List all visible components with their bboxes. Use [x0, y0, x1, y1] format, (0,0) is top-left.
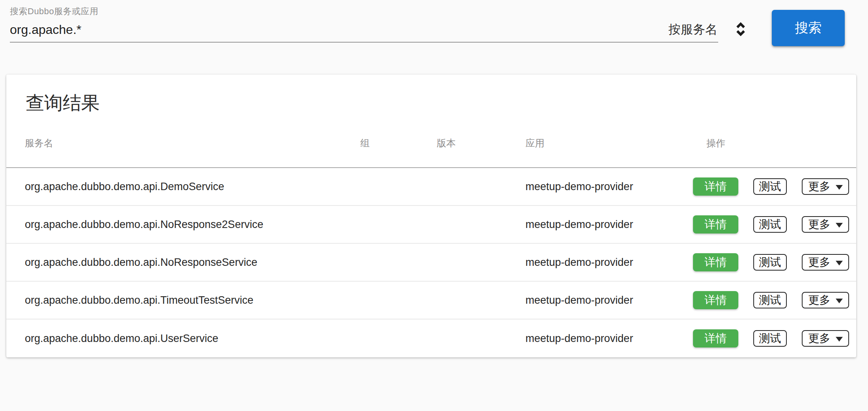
service-name-cell: org.apache.dubbo.demo.api.UserService [6, 333, 360, 345]
detail-button[interactable]: 详情 [693, 177, 738, 196]
table-row: org.apache.dubbo.demo.api.TimeoutTestSer… [6, 282, 856, 319]
detail-button[interactable]: 详情 [693, 253, 738, 271]
application-cell: meetup-demo-provider [525, 294, 693, 306]
operations-cell: 详情 测试 更多 [693, 329, 856, 347]
service-name-cell: org.apache.dubbo.demo.api.NoResponseServ… [6, 256, 360, 269]
table-row: org.apache.dubbo.demo.api.NoResponse2Ser… [6, 206, 856, 244]
service-name-cell: org.apache.dubbo.demo.api.DemoService [6, 181, 360, 193]
test-button[interactable]: 测试 [753, 216, 787, 233]
application-cell: meetup-demo-provider [525, 256, 693, 269]
search-bar: 按服务名 [10, 17, 718, 43]
column-header-operations: 操作 [693, 137, 856, 149]
results-title: 查询结果 [26, 93, 856, 113]
results-card: 查询结果 服务名 组 版本 应用 操作 org.apache.dubbo.dem… [6, 75, 856, 357]
search-button[interactable]: 搜索 [772, 10, 845, 46]
application-cell: meetup-demo-provider [525, 219, 693, 231]
test-button[interactable]: 测试 [753, 292, 787, 308]
operations-cell: 详情 测试 更多 [693, 177, 856, 196]
more-dropdown-button[interactable]: 更多 [802, 254, 849, 271]
more-dropdown-button[interactable]: 更多 [802, 330, 849, 347]
service-name-cell: org.apache.dubbo.demo.api.TimeoutTestSer… [6, 294, 360, 306]
table-row: org.apache.dubbo.demo.api.DemoService me… [6, 168, 856, 206]
caret-down-icon [836, 299, 843, 303]
row-actions: 详情 测试 更多 [693, 177, 856, 196]
caret-down-icon [836, 261, 843, 265]
row-actions: 详情 测试 更多 [693, 329, 856, 347]
row-actions: 详情 测试 更多 [693, 291, 856, 309]
test-button[interactable]: 测试 [753, 330, 787, 347]
detail-button[interactable]: 详情 [693, 329, 738, 347]
detail-button[interactable]: 详情 [693, 291, 738, 309]
detail-button[interactable]: 详情 [693, 215, 738, 234]
more-button-label: 更多 [808, 255, 831, 270]
more-button-label: 更多 [808, 293, 831, 308]
caret-down-icon [836, 223, 843, 228]
column-header-application: 应用 [525, 137, 693, 149]
table-header-row: 服务名 组 版本 应用 操作 [6, 113, 856, 168]
search-filter-select[interactable]: 按服务名 [669, 21, 718, 38]
search-input[interactable] [10, 22, 669, 37]
unfold-more-icon[interactable] [732, 19, 750, 39]
dubbo-admin-search-page: 搜索Dubbo服务或应用 按服务名 搜索 查询结果 服务名 组 版本 应用 操作… [0, 0, 868, 411]
more-dropdown-button[interactable]: 更多 [802, 216, 849, 233]
more-button-label: 更多 [808, 179, 831, 194]
application-cell: meetup-demo-provider [525, 181, 693, 193]
operations-cell: 详情 测试 更多 [693, 253, 856, 271]
column-header-group: 组 [360, 137, 437, 149]
operations-cell: 详情 测试 更多 [693, 215, 856, 234]
caret-down-icon [836, 337, 843, 342]
test-button[interactable]: 测试 [753, 254, 787, 271]
caret-down-icon [836, 185, 843, 190]
more-dropdown-button[interactable]: 更多 [802, 292, 849, 308]
table-row: org.apache.dubbo.demo.api.UserService me… [6, 319, 856, 357]
more-dropdown-button[interactable]: 更多 [802, 178, 849, 195]
application-cell: meetup-demo-provider [525, 333, 693, 345]
table-body: org.apache.dubbo.demo.api.DemoService me… [6, 168, 856, 357]
test-button[interactable]: 测试 [753, 178, 787, 195]
more-button-label: 更多 [808, 331, 831, 346]
search-input-label: 搜索Dubbo服务或应用 [10, 6, 99, 17]
row-actions: 详情 测试 更多 [693, 215, 856, 234]
row-actions: 详情 测试 更多 [693, 253, 856, 271]
more-button-label: 更多 [808, 217, 831, 232]
column-header-service: 服务名 [6, 137, 360, 149]
column-header-version: 版本 [437, 137, 525, 149]
table-row: org.apache.dubbo.demo.api.NoResponseServ… [6, 244, 856, 282]
service-name-cell: org.apache.dubbo.demo.api.NoResponse2Ser… [6, 219, 360, 231]
operations-cell: 详情 测试 更多 [693, 291, 856, 309]
